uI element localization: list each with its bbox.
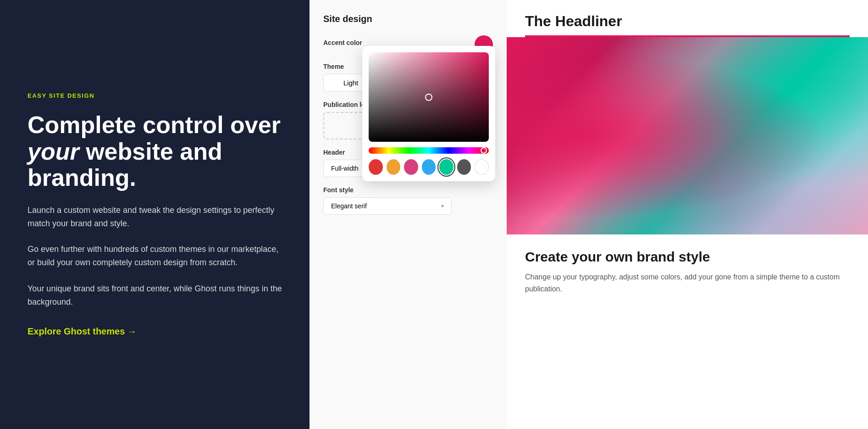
preview-content: Create your own brand style Change up yo… bbox=[507, 234, 868, 309]
color-picker-cursor bbox=[425, 94, 432, 101]
body-text-2: Go even further with hundreds of custom … bbox=[28, 243, 282, 269]
preset-color-3[interactable] bbox=[422, 159, 436, 175]
preset-color-0[interactable] bbox=[369, 159, 383, 175]
color-picker-popup bbox=[362, 46, 495, 181]
color-gradient-canvas[interactable] bbox=[369, 52, 489, 142]
header-select-value: Full-width bbox=[331, 165, 359, 172]
preview-header: The Headliner bbox=[507, 0, 868, 37]
preview-image-overlay bbox=[507, 37, 868, 234]
explore-themes-link[interactable]: Explore Ghost themes → bbox=[28, 326, 282, 337]
preview-content-body: Change up your typography, adjust some c… bbox=[525, 271, 850, 295]
preset-color-5[interactable] bbox=[457, 159, 471, 175]
chevron-down-icon-2: ▾ bbox=[441, 203, 444, 209]
font-style-label: Font style bbox=[323, 186, 493, 194]
font-style-select[interactable]: Elegant serif ▾ bbox=[323, 197, 452, 215]
preview-site-title: The Headliner bbox=[525, 13, 850, 30]
right-panel: The Headliner Create your own brand styl… bbox=[507, 0, 868, 429]
hue-slider[interactable] bbox=[369, 147, 489, 154]
left-panel: EASY SITE DESIGN Complete control over y… bbox=[0, 0, 310, 429]
hue-slider-thumb bbox=[481, 147, 487, 154]
site-design-title: Site design bbox=[323, 14, 493, 24]
preset-color-4[interactable] bbox=[439, 159, 453, 175]
accent-color-label: Accent color bbox=[323, 39, 362, 46]
headline-italic: your bbox=[28, 138, 79, 165]
preview-hero-image bbox=[507, 37, 868, 234]
site-design-panel: Site design Accent color Theme Light Pub… bbox=[310, 0, 507, 429]
preview-content-title: Create your own brand style bbox=[525, 249, 850, 265]
body-text-3: Your unique brand sits front and center,… bbox=[28, 282, 282, 309]
preset-color-1[interactable] bbox=[387, 159, 401, 175]
preset-color-6[interactable] bbox=[475, 159, 489, 175]
font-select-value: Elegant serif bbox=[331, 202, 367, 210]
main-headline: Complete control over your website and b… bbox=[28, 112, 282, 191]
preset-colors bbox=[369, 159, 489, 175]
preset-color-2[interactable] bbox=[404, 159, 418, 175]
font-style-row: Font style Elegant serif ▾ bbox=[323, 186, 493, 215]
body-text-1: Launch a custom website and tweak the de… bbox=[28, 204, 282, 230]
headline-text1: Complete control over bbox=[28, 111, 281, 138]
easy-site-design-label: EASY SITE DESIGN bbox=[28, 92, 282, 99]
